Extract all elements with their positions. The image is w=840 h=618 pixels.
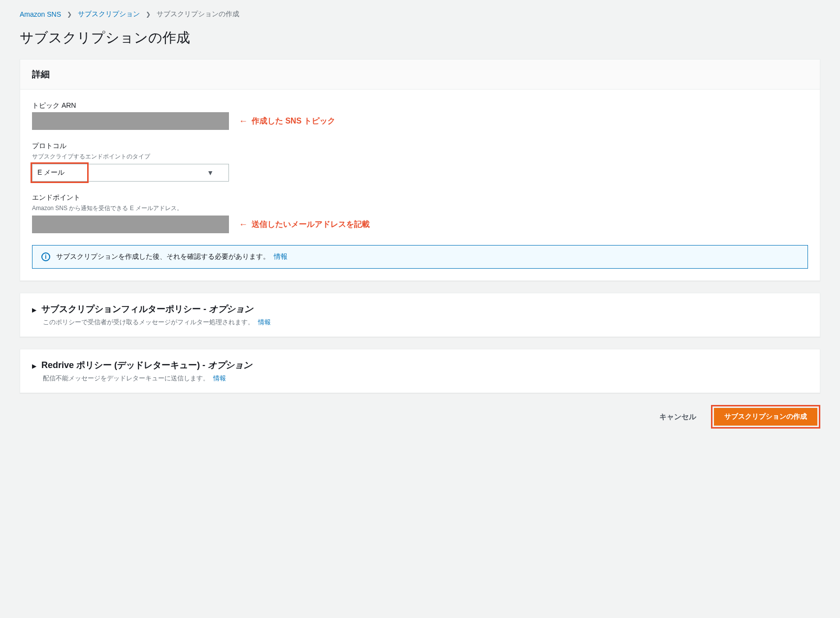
topic-arn-input[interactable]: [32, 112, 229, 130]
chevron-down-icon: ▼: [207, 169, 214, 177]
protocol-help: サブスクライブするエンドポイントのタイプ: [32, 153, 808, 161]
endpoint-input[interactable]: [32, 216, 229, 233]
cancel-button[interactable]: キャンセル: [653, 408, 702, 426]
info-text: サブスクリプションを作成した後、それを確認する必要があります。: [56, 252, 270, 260]
topic-arn-annotation: ← 作成した SNS トピック: [239, 116, 335, 126]
endpoint-label: エンドポイント: [32, 193, 808, 202]
protocol-select[interactable]: E メール ▼: [32, 164, 229, 182]
filter-policy-desc: このポリシーで受信者が受け取るメッセージがフィルター処理されます。: [43, 318, 254, 326]
page-title: サブスクリプションの作成: [20, 29, 820, 47]
redrive-policy-desc: 配信不能メッセージをデッドレターキューに送信します。: [43, 374, 209, 382]
protocol-field: プロトコル サブスクライブするエンドポイントのタイプ E メール ▼: [32, 142, 808, 182]
endpoint-annotation-text: 送信したいメールアドレスを記載: [252, 219, 370, 230]
protocol-label: プロトコル: [32, 142, 808, 151]
breadcrumb-current: サブスクリプションの作成: [157, 10, 239, 19]
redrive-policy-title-em: オプション: [208, 360, 252, 370]
info-icon: i: [41, 252, 50, 261]
redrive-policy-title: Redrive ポリシー (デッドレターキュー) -: [41, 360, 208, 370]
protocol-select-value: E メール: [37, 168, 65, 177]
breadcrumb: Amazon SNS ❯ サブスクリプション ❯ サブスクリプションの作成: [20, 10, 820, 19]
breadcrumb-subscriptions-link[interactable]: サブスクリプション: [78, 10, 140, 19]
endpoint-annotation: ← 送信したいメールアドレスを記載: [239, 219, 370, 230]
redrive-policy-panel: ▶ Redrive ポリシー (デッドレターキュー) - オプション 配信不能メ…: [20, 349, 820, 393]
arrow-left-icon: ←: [239, 219, 248, 230]
filter-policy-info-link[interactable]: 情報: [258, 318, 271, 326]
arrow-left-icon: ←: [239, 116, 248, 126]
filter-policy-panel: ▶ サブスクリプションフィルターポリシー - オプション このポリシーで受信者が…: [20, 293, 820, 337]
create-subscription-button[interactable]: サブスクリプションの作成: [714, 408, 817, 426]
caret-right-icon: ▶: [32, 307, 36, 313]
topic-arn-field: トピック ARN ← 作成した SNS トピック: [32, 101, 808, 130]
filter-policy-title: サブスクリプションフィルターポリシー -: [41, 304, 209, 314]
info-link[interactable]: 情報: [274, 252, 288, 260]
redrive-policy-header[interactable]: ▶ Redrive ポリシー (デッドレターキュー) - オプション: [32, 359, 808, 371]
detail-panel-title: 詳細: [32, 68, 808, 80]
breadcrumb-root-link[interactable]: Amazon SNS: [20, 10, 61, 18]
submit-highlight-box: サブスクリプションの作成: [711, 405, 820, 429]
detail-panel-header: 詳細: [20, 60, 820, 90]
filter-policy-title-em: オプション: [209, 304, 253, 314]
info-box: i サブスクリプションを作成した後、それを確認する必要があります。 情報: [32, 245, 808, 269]
topic-arn-label: トピック ARN: [32, 101, 808, 110]
detail-panel: 詳細 トピック ARN ← 作成した SNS トピック プロトコル サブスクライ…: [20, 59, 820, 281]
filter-policy-header[interactable]: ▶ サブスクリプションフィルターポリシー - オプション: [32, 303, 808, 315]
footer-actions: キャンセル サブスクリプションの作成: [20, 405, 820, 429]
chevron-right-icon: ❯: [146, 11, 151, 18]
endpoint-help: Amazon SNS から通知を受信できる E メールアドレス。: [32, 204, 808, 213]
topic-arn-annotation-text: 作成した SNS トピック: [252, 116, 335, 126]
redrive-policy-info-link[interactable]: 情報: [213, 374, 226, 382]
chevron-right-icon: ❯: [67, 11, 72, 18]
caret-right-icon: ▶: [32, 363, 36, 370]
endpoint-field: エンドポイント Amazon SNS から通知を受信できる E メールアドレス。…: [32, 193, 808, 233]
